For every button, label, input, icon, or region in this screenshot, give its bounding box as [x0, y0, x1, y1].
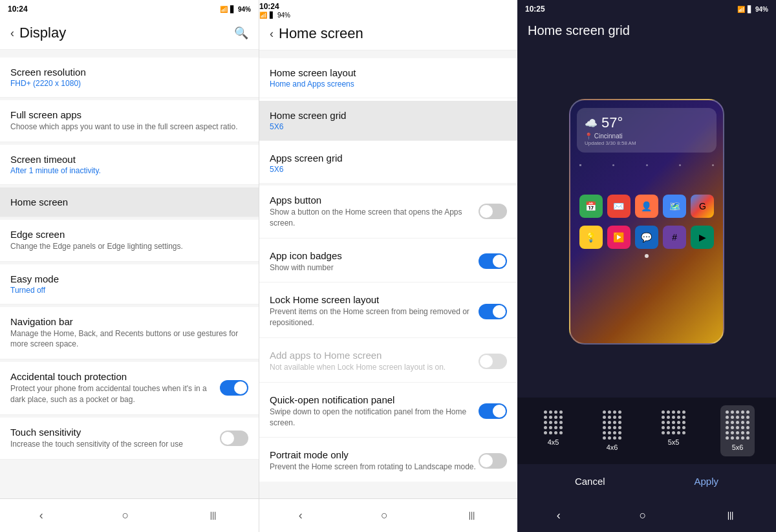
grid-actions: Cancel Apply [517, 464, 776, 498]
weather-temp: 57° [601, 114, 623, 131]
quick-notification-title: Quick-open notification panel [270, 394, 479, 405]
nav-recents-display[interactable]: ⫼ [195, 504, 232, 527]
display-header: ‹ Display 🔍 [0, 18, 259, 50]
setting-home-screen[interactable]: Home screen [0, 187, 259, 217]
dot [646, 164, 648, 166]
back-button-home[interactable]: ‹ [270, 27, 274, 41]
home-screen-panel: 10:24 📶 ▋ 94% ‹ Home screen Home screen … [259, 0, 517, 532]
add-apps-toggle [479, 354, 507, 369]
app-calendar-icon: 📅 [579, 195, 603, 218]
nav-home-grid[interactable]: ○ [627, 504, 660, 527]
setting-easy-mode[interactable]: Easy mode Turned off [0, 264, 259, 304]
phone-indicator [645, 254, 649, 258]
full-screen-apps-title: Full screen apps [10, 109, 248, 120]
add-apps-desc: Not available when Lock Home screen layo… [270, 362, 479, 373]
phone-preview-inner: ☁️ 57° 📍 Cincinnati Updated 3/30 8:58 AM [570, 108, 723, 345]
bottom-nav-display: ‹ ○ ⫼ [0, 498, 259, 532]
nav-recents-grid[interactable]: ⫼ [712, 504, 749, 527]
time-display: 10:24 [8, 5, 28, 14]
dot [612, 164, 614, 166]
portrait-mode-toggle[interactable] [479, 453, 507, 469]
app-icon-badges-toggle[interactable] [479, 253, 507, 269]
app-messages-icon: 💬 [635, 226, 658, 249]
apps-button-toggle[interactable] [479, 204, 507, 219]
touch-sensitivity-toggle[interactable] [220, 431, 248, 446]
nav-back-home[interactable]: ‹ [286, 504, 316, 527]
back-button-display[interactable]: ‹ [10, 27, 14, 40]
setting-apps-screen-grid[interactable]: Apps screen grid 5X6 [259, 144, 517, 183]
edge-screen-title: Edge screen [10, 229, 248, 240]
setting-apps-button[interactable]: Apps button Show a button on the Home sc… [259, 186, 517, 239]
home-screen-title: Home screen [10, 197, 248, 207]
weather-icon: ☁️ [585, 117, 598, 129]
phone-preview: ☁️ 57° 📍 Cincinnati Updated 3/30 8:58 AM [569, 99, 724, 345]
navigation-bar-desc: Manage the Home, Back, and Recents butto… [10, 328, 248, 350]
home-layout-sub: Home and Apps screens [270, 80, 507, 89]
status-icons-home: 📶 ▋ 94% [259, 12, 517, 19]
lock-home-layout-title: Lock Home screen layout [270, 294, 479, 305]
home-screen-panel-title: Home screen [279, 25, 363, 42]
cancel-button-grid[interactable]: Cancel [559, 472, 621, 491]
nav-back-grid[interactable]: ‹ [544, 504, 574, 527]
battery-display: 94% [238, 6, 251, 13]
setting-app-icon-badges[interactable]: App icon badges Show with number [259, 241, 517, 283]
navigation-bar-title: Navigation bar [10, 316, 248, 327]
accidental-touch-title: Accidental touch protection [10, 371, 220, 382]
lock-home-layout-toggle[interactable] [479, 304, 507, 319]
edge-screen-desc: Change the Edge panels or Edge lighting … [10, 241, 248, 252]
app-store-icon: ▶️ [607, 226, 630, 249]
app-slack-icon: # [663, 226, 686, 249]
screen-timeout-sub: After 1 minute of inactivity. [10, 166, 248, 175]
setting-home-screen-grid[interactable]: Home screen grid 5X6 [259, 101, 517, 141]
add-apps-title: Add apps to Home screen [270, 350, 479, 361]
grid-label-4x5: 4x5 [548, 438, 559, 446]
accidental-touch-toggle[interactable] [220, 380, 248, 396]
grid-option-5x5[interactable]: 5x5 [656, 405, 691, 456]
setting-add-apps-home: Add apps to Home screen Not available wh… [259, 341, 517, 383]
signal-icon-home: ▋ [270, 12, 275, 19]
phone-app-row-1: 📅 ✉️ 👤 🗺️ G [570, 192, 723, 220]
grid-option-4x6[interactable]: 4x6 [598, 405, 627, 456]
setting-accidental-touch[interactable]: Accidental touch protection Protect your… [0, 362, 259, 415]
apps-button-desc: Show a button on the Home screen that op… [270, 207, 479, 229]
battery-home: 94% [277, 12, 290, 19]
time-grid: 10:25 [525, 5, 545, 14]
grid-label-5x5: 5x5 [668, 438, 680, 446]
nav-home-display[interactable]: ○ [109, 504, 142, 527]
setting-screen-timeout[interactable]: Screen timeout After 1 minute of inactiv… [0, 145, 259, 185]
setting-portrait-mode[interactable]: Portrait mode only Prevent the Home scre… [259, 440, 517, 482]
status-bar-grid: 10:25 📶 ▋ 94% [517, 0, 776, 18]
display-title: Display [19, 25, 66, 41]
grid-option-4x5[interactable]: 4x5 [539, 405, 568, 456]
touch-sensitivity-title: Touch sensitivity [10, 427, 220, 438]
accidental-touch-desc: Protect your phone from accidental touch… [10, 383, 220, 405]
nav-back-display[interactable]: ‹ [27, 504, 56, 527]
wifi-icon-home: 📶 [259, 12, 267, 19]
setting-touch-sensitivity[interactable]: Touch sensitivity Increase the touch sen… [0, 418, 259, 460]
weather-widget: ☁️ 57° 📍 Cincinnati Updated 3/30 8:58 AM [577, 108, 717, 153]
setting-screen-resolution[interactable]: Screen resolution FHD+ (2220 x 1080) [0, 58, 259, 98]
setting-navigation-bar[interactable]: Navigation bar Manage the Home, Back, an… [0, 307, 259, 360]
dot [579, 164, 581, 166]
quick-notification-toggle[interactable] [479, 403, 507, 419]
app-gmail-icon: ✉️ [607, 195, 630, 218]
grid-dots-5x6 [726, 410, 749, 440]
app-icon-badges-desc: Show with number [270, 262, 479, 273]
grid-panel-title: Home screen grid [528, 23, 766, 38]
app-maps-icon: 🗺️ [663, 195, 686, 218]
setting-edge-screen[interactable]: Edge screen Change the Edge panels or Ed… [0, 220, 259, 262]
nav-home-home[interactable]: ○ [368, 504, 401, 527]
signal-icon-grid: ▋ [748, 6, 753, 13]
setting-quick-open-notification[interactable]: Quick-open notification panel Swipe down… [259, 385, 517, 438]
setting-full-screen-apps[interactable]: Full screen apps Choose which apps you w… [0, 100, 259, 142]
home-screen-grid-panel: 10:25 📶 ▋ 94% Home screen grid ☁️ 57° 📍 … [517, 0, 776, 532]
search-button-display[interactable]: 🔍 [234, 26, 248, 40]
grid-option-5x6[interactable]: 5x6 [720, 405, 755, 456]
nav-recents-home[interactable]: ⫼ [453, 504, 491, 527]
app-contacts-icon: 👤 [635, 195, 658, 218]
apply-button-grid[interactable]: Apply [679, 472, 735, 491]
touch-sensitivity-desc: Increase the touch sensitivity of the sc… [10, 439, 220, 450]
setting-home-screen-layout[interactable]: Home screen layout Home and Apps screens [259, 58, 517, 98]
wifi-icon-grid: 📶 [737, 6, 745, 13]
setting-lock-home-layout[interactable]: Lock Home screen layout Prevent items on… [259, 285, 517, 338]
